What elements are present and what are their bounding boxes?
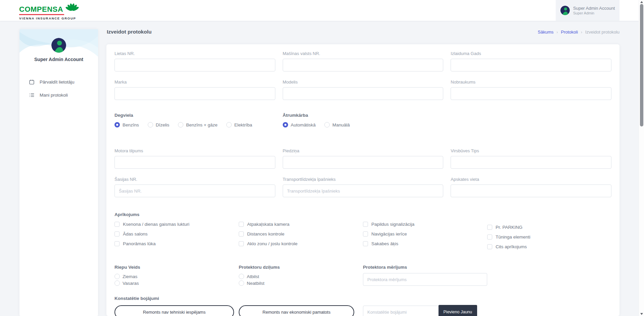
header-user-name: Super Admin Account — [573, 6, 615, 11]
compensa-logo: COMPENSA VIENNA INSURANCE GROUP — [19, 3, 79, 20]
scroll-up-arrow-icon[interactable] — [640, 1, 643, 3]
virsbuves-tips-input[interactable] — [451, 156, 611, 169]
marka-input[interactable] — [114, 87, 275, 100]
checkbox-distances-kontrole[interactable]: Distances kontrole — [239, 231, 363, 236]
sidebar-item-parvaldit-lietotaju[interactable]: Pārvaldīt lietotāju — [19, 75, 98, 89]
checkbox-ksenona[interactable]: Ksenona / dienas gaismas lukturi — [114, 222, 239, 227]
radio-dot — [114, 122, 120, 127]
protocol-form-card: Lietas NR. Mašīnas valsts NR. Izlaiduma … — [106, 44, 619, 316]
field-marka: Marka — [114, 80, 275, 100]
checkbox-box — [363, 222, 368, 227]
radio-ziemas[interactable]: Ziemas — [114, 274, 239, 279]
remonts-nav-ekonomiski-button[interactable]: Remonts nav ekonomiski pamatots — [239, 305, 354, 316]
header-user-menu[interactable]: Super Admin Account Super Admin — [556, 0, 619, 21]
field-virsbuves-tips: Virsbūves Tips — [451, 148, 611, 169]
protektoru-dzilums-group: Protektoru dziļums Atbilst Neatbilst — [239, 265, 363, 286]
scrollbar-thumb[interactable] — [640, 4, 643, 126]
checkbox-box — [239, 222, 244, 227]
page-scrollbar[interactable] — [639, 0, 644, 316]
sidebar-item-mani-protokoli[interactable]: Mani protokoli — [19, 89, 98, 102]
radio-dot — [114, 280, 120, 286]
checkbox-pr-parking[interactable]: Pr. PARKING — [487, 225, 611, 230]
konstatetie-bojajumi-input[interactable] — [363, 306, 439, 316]
radio-neatbilst[interactable]: Neatbilst — [239, 280, 363, 286]
degviela-group: Degviela Benzīns Dīzelis Benzīns + gāze … — [114, 113, 275, 127]
aprikojums-section: Aprīkojums Ksenona / dienas gaismas lukt… — [114, 212, 611, 249]
checkbox-atpakalskata-kamera[interactable]: Atpakaļskata kamera — [239, 222, 363, 227]
field-nobraukums: Nobraukums — [451, 80, 611, 100]
masinas-valsts-nr-input[interactable] — [283, 59, 444, 71]
modelis-input[interactable] — [283, 87, 444, 100]
checkbox-sakabes-akis[interactable]: Sakabes āķis — [363, 241, 487, 246]
radio-atbilst[interactable]: Atbilst — [239, 274, 363, 279]
scroll-down-arrow-icon[interactable] — [640, 313, 643, 315]
radio-elektriba[interactable]: Elektrība — [226, 122, 252, 127]
checkbox-box — [363, 231, 368, 236]
aprikojums-col-3: Papildus signalizācija Navigācijas ierīc… — [363, 217, 487, 249]
checkbox-adas-salons[interactable]: Ādas salons — [114, 231, 239, 236]
sidebar-menu: Pārvaldīt lietotāju Mani protokoli — [19, 75, 98, 102]
radio-automatiska[interactable]: Automātiskā — [283, 122, 316, 127]
field-label: Piedziņa — [283, 148, 444, 153]
riepu-veids-group: Riepu Veids Ziemas Vasaras — [114, 265, 239, 286]
checkbox-box — [114, 222, 120, 227]
checkbox-tuninga-elementi[interactable]: Tūninga elementi — [487, 234, 611, 240]
logo-subtitle: VIENNA INSURANCE GROUP — [19, 16, 79, 20]
radio-benzins-gaze[interactable]: Benzīns + gāze — [178, 122, 217, 127]
field-label: Šasijas NR. — [114, 177, 275, 182]
field-modelis: Modelis — [283, 80, 444, 100]
field-piedzina: Piedziņa — [283, 148, 444, 169]
breadcrumb-link-protokoli[interactable]: Protokoli — [561, 30, 578, 35]
top-header: COMPENSA VIENNA INSURANCE GROUP — [0, 0, 644, 21]
apskates-vieta-input[interactable] — [451, 185, 611, 197]
checkbox-cits-aprikojums[interactable]: Cits aprīkojums — [487, 244, 611, 249]
protektora-merijums-input[interactable] — [363, 273, 487, 286]
field-label: Apskates vieta — [451, 177, 611, 182]
page-title: Izveidot protokolu — [107, 29, 151, 35]
checkbox-navigacijas-ierice[interactable]: Navigācijas ierīce — [363, 231, 487, 236]
izlaiduma-gads-input[interactable] — [451, 59, 611, 71]
radio-dot — [239, 280, 244, 286]
sasijas-nr-input[interactable] — [114, 185, 275, 197]
nobraukums-input[interactable] — [451, 87, 611, 100]
motora-tilpums-input[interactable] — [114, 156, 275, 169]
aprikojums-col-1: Ksenona / dienas gaismas lukturi Ādas sa… — [114, 217, 239, 249]
breadcrumb-link-sakums[interactable]: Sākums — [538, 30, 554, 35]
radio-dizelis[interactable]: Dīzelis — [148, 122, 170, 127]
checkbox-box — [239, 241, 244, 246]
checkbox-box — [487, 244, 492, 249]
piedzina-input[interactable] — [283, 156, 444, 169]
breadcrumb-current: Izveidot protokolu — [585, 30, 619, 35]
section-label-aprikojums: Aprīkojums — [114, 212, 611, 217]
remonts-nav-tehniski-button[interactable]: Remonts nav tehniski iespējams — [114, 305, 234, 316]
checkbox-panoramas-luka[interactable]: Panorāmas lūka — [114, 241, 239, 246]
field-apskates-vieta: Apskates vieta — [451, 177, 611, 197]
field-motora-tilpums: Motora tilpums — [114, 148, 275, 169]
pievieno-jaunu-button[interactable]: Pievieno Jaunu — [439, 305, 477, 316]
checkbox-aklo-zonu[interactable]: Aklo zonu / joslu kontrole — [239, 241, 363, 246]
checkbox-box — [114, 231, 120, 236]
radio-manuala[interactable]: Manuālā — [324, 122, 350, 127]
logo-brand-text: COMPENSA — [19, 6, 63, 13]
field-label: Motora tilpums — [114, 148, 275, 153]
radio-dot — [114, 274, 120, 279]
radio-dot — [178, 122, 183, 127]
field-sasijas-nr: Šasijas NR. — [114, 177, 275, 197]
field-label: Lietas NR. — [114, 51, 275, 56]
sidebar-avatar — [51, 38, 66, 53]
header-user-role: Super Admin — [573, 11, 615, 15]
section-label-atrumkarba: Ātrumkārba — [283, 113, 444, 118]
field-label: Nobraukums — [451, 80, 611, 85]
aprikojums-col-2: Atpakaļskata kamera Distances kontrole A… — [239, 217, 363, 249]
radio-dot — [148, 122, 153, 127]
field-protektora-merijums: Protektora mērījums — [363, 265, 487, 286]
peacock-fan-icon — [65, 3, 79, 13]
lietas-nr-input[interactable] — [114, 59, 275, 71]
checkbox-box — [363, 241, 368, 246]
radio-vasaras[interactable]: Vasaras — [114, 280, 239, 286]
field-label: Marka — [114, 80, 275, 85]
checkbox-papildus-signalizacija[interactable]: Papildus signalizācija — [363, 222, 487, 227]
radio-benzins[interactable]: Benzīns — [114, 122, 139, 127]
add-damage-group: Pievieno Jaunu — [363, 305, 477, 316]
ipasnieks-input[interactable] — [283, 185, 444, 197]
